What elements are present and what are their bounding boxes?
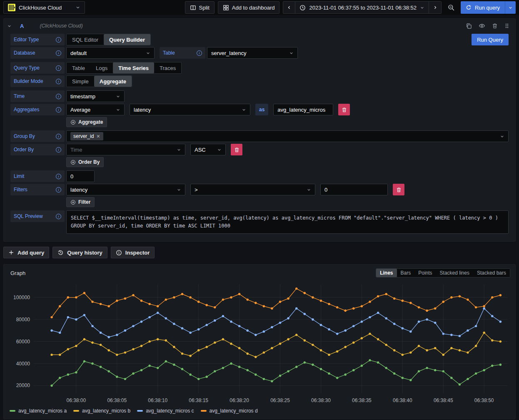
- info-icon[interactable]: i: [56, 37, 61, 42]
- option-aggregate[interactable]: Aggregate: [94, 76, 132, 87]
- option-traces[interactable]: Traces: [154, 62, 181, 73]
- graph-panel: Graph LinesBarsPointsStacked linesStacke…: [3, 264, 516, 419]
- option-points[interactable]: Points: [414, 269, 436, 277]
- time-range-button[interactable]: 2023-11-01 06:37:55 to 2023-11-01 06:38:…: [295, 1, 429, 14]
- svg-text:60000: 60000: [16, 339, 30, 345]
- order-by-field-select[interactable]: Time: [66, 144, 185, 155]
- legend-item[interactable]: avg_latency_micros a: [10, 408, 67, 414]
- inspector-button[interactable]: Inspector: [111, 247, 155, 258]
- option-stacked-lines[interactable]: Stacked lines: [436, 269, 473, 277]
- info-icon[interactable]: i: [56, 107, 61, 112]
- aggregate-function-select[interactable]: Average: [66, 104, 125, 115]
- collapse-chevron-icon[interactable]: [7, 24, 12, 28]
- filter-operator-select[interactable]: >: [190, 184, 315, 195]
- table-select[interactable]: server_latency: [207, 47, 298, 59]
- database-label: Databasei: [10, 47, 65, 59]
- time-range-text: 2023-11-01 06:37:55 to 2023-11-01 06:38:…: [309, 5, 417, 11]
- legend-swatch: [10, 410, 15, 412]
- hide-query-eye-icon[interactable]: [479, 22, 485, 29]
- time-column-select[interactable]: timestamp: [66, 90, 125, 102]
- option-time-series[interactable]: Time Series: [113, 62, 154, 73]
- add-query-button[interactable]: Add query: [3, 247, 49, 258]
- option-sql-editor[interactable]: SQL Editor: [67, 34, 104, 45]
- svg-text:06:38:50: 06:38:50: [474, 398, 494, 403]
- split-icon: [190, 5, 196, 11]
- svg-text:100000: 100000: [13, 295, 30, 300]
- split-button[interactable]: Split: [185, 1, 215, 14]
- filter-value-input[interactable]: 0: [320, 184, 388, 195]
- info-icon[interactable]: i: [56, 214, 61, 219]
- order-direction-select[interactable]: ASC: [190, 144, 226, 155]
- aggregate-alias-input[interactable]: avg_latency_micros: [273, 104, 333, 115]
- history-icon: [57, 250, 64, 256]
- option-bars[interactable]: Bars: [397, 269, 415, 277]
- query-type-label: Query Typei: [10, 62, 65, 74]
- aggregate-column-select[interactable]: latency: [130, 104, 250, 115]
- info-icon[interactable]: i: [56, 50, 61, 56]
- add-to-dashboard-button[interactable]: Add to dashboard: [218, 1, 280, 14]
- editor-actions: Add query Query history Inspector: [3, 247, 516, 258]
- drag-handle-icon[interactable]: [504, 23, 509, 29]
- info-icon[interactable]: i: [56, 79, 61, 84]
- chart-legend: avg_latency_micros aavg_latency_micros b…: [4, 407, 515, 416]
- legend-item[interactable]: avg_latency_micros c: [137, 408, 194, 414]
- info-icon[interactable]: i: [56, 65, 61, 71]
- group-by-tag[interactable]: server_id✕: [70, 132, 103, 140]
- query-editor-panel: A (ClickHouse Cloud) Run Query Editor Ty…: [3, 18, 516, 242]
- remove-order-by-button[interactable]: [231, 144, 242, 155]
- info-icon[interactable]: i: [197, 50, 202, 56]
- query-history-button[interactable]: Query history: [52, 247, 107, 258]
- datasource-picker[interactable]: ClickHouse Cloud: [3, 1, 85, 14]
- duplicate-query-icon[interactable]: [466, 23, 472, 29]
- info-icon[interactable]: i: [56, 134, 61, 139]
- time-shift-forward-button[interactable]: [429, 1, 442, 14]
- sql-preview-label: SQL Previewi: [10, 210, 65, 222]
- time-label: Timei: [10, 90, 65, 102]
- legend-item[interactable]: avg_latency_micros d: [201, 408, 258, 414]
- add-order-by-button[interactable]: Order By: [66, 157, 104, 167]
- remove-aggregate-button[interactable]: [338, 104, 350, 115]
- svg-text:06:38:00: 06:38:00: [66, 398, 86, 403]
- add-filter-button[interactable]: Filter: [66, 197, 95, 207]
- delete-query-trash-icon[interactable]: [492, 23, 498, 29]
- group-by-label: Group Byi: [10, 130, 65, 142]
- group-by-multiselect[interactable]: server_id✕: [66, 130, 509, 142]
- split-label: Split: [199, 5, 210, 11]
- limit-input[interactable]: 0: [66, 170, 95, 182]
- svg-text:06:38:15: 06:38:15: [189, 398, 208, 403]
- option-query-builder[interactable]: Query Builder: [104, 34, 150, 45]
- remove-filter-button[interactable]: [393, 184, 404, 195]
- query-type-radio-group: TableLogsTime SeriesTraces: [66, 62, 182, 74]
- info-icon[interactable]: i: [56, 174, 61, 179]
- time-range-picker: 2023-11-01 06:37:55 to 2023-11-01 06:38:…: [283, 1, 442, 14]
- info-icon[interactable]: i: [56, 187, 61, 192]
- option-stacked-bars[interactable]: Stacked bars: [473, 269, 510, 277]
- info-icon[interactable]: i: [56, 147, 61, 152]
- datasource-name: ClickHouse Cloud: [19, 5, 72, 11]
- group-by-tags: server_id✕: [70, 132, 497, 140]
- svg-text:06:38:25: 06:38:25: [270, 398, 290, 403]
- limit-label: Limiti: [10, 170, 65, 182]
- time-shift-back-button[interactable]: [283, 1, 295, 14]
- clickhouse-logo-icon: [8, 4, 15, 11]
- add-aggregate-button[interactable]: Aggregate: [66, 117, 107, 127]
- option-table[interactable]: Table: [67, 62, 90, 73]
- info-icon[interactable]: i: [56, 94, 61, 99]
- latency-chart[interactable]: 2000040000600008000010000006:38:0006:38:…: [6, 281, 513, 406]
- run-query-button[interactable]: Run query: [461, 1, 505, 14]
- run-query-editor-button[interactable]: Run Query: [472, 34, 509, 45]
- filter-column-select[interactable]: latency: [66, 184, 185, 195]
- zoom-out-time-button[interactable]: [445, 1, 457, 14]
- option-logs[interactable]: Logs: [90, 62, 113, 73]
- add-to-dashboard-label: Add to dashboard: [232, 5, 275, 11]
- run-query-interval-dropdown[interactable]: [505, 1, 516, 14]
- database-select[interactable]: default: [66, 47, 155, 59]
- as-badge: as: [255, 104, 268, 115]
- legend-item[interactable]: avg_latency_micros b: [73, 408, 130, 414]
- query-row-header[interactable]: A (ClickHouse Cloud): [4, 19, 515, 33]
- remove-tag-icon[interactable]: ✕: [96, 134, 100, 139]
- filters-label: Filtersi: [10, 184, 65, 195]
- option-lines[interactable]: Lines: [376, 269, 397, 277]
- option-simple[interactable]: Simple: [67, 76, 94, 87]
- table-label: Tablei: [160, 47, 205, 59]
